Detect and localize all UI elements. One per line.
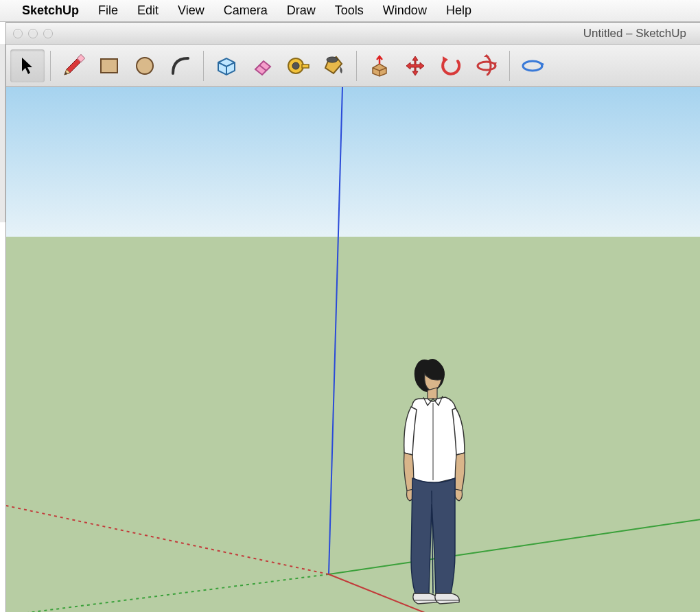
menu-draw[interactable]: Draw (277, 3, 325, 18)
svg-point-11 (523, 61, 542, 71)
left-edge-strip (0, 44, 5, 222)
svg-rect-8 (302, 64, 309, 68)
app-menu[interactable]: SketchUp (22, 3, 89, 18)
move-icon (403, 54, 428, 78)
tape-measure-tool-button[interactable] (281, 49, 315, 82)
push-pull-tool-button[interactable] (362, 49, 397, 82)
pan-tool-button[interactable] (515, 49, 550, 82)
window-title: Untitled – SketchUp (583, 27, 686, 40)
toolbar (6, 45, 700, 87)
minimize-window-button[interactable] (28, 29, 38, 38)
circle-icon (133, 54, 156, 78)
toolbar-separator (509, 51, 510, 81)
toolbar-separator (50, 51, 51, 81)
svg-point-5 (137, 58, 153, 74)
toolbar-separator (203, 51, 204, 81)
push-pull-icon (367, 54, 392, 78)
menu-window[interactable]: Window (373, 3, 436, 18)
pencil-icon (62, 54, 85, 78)
menu-camera[interactable]: Camera (214, 3, 277, 18)
pan-icon (520, 54, 545, 78)
svg-point-7 (292, 62, 299, 69)
eraser-tool-button[interactable] (245, 49, 279, 82)
window-titlebar: Untitled – SketchUp (6, 23, 700, 45)
window-traffic-lights (13, 29, 53, 38)
paint-bucket-tool-button[interactable] (316, 49, 351, 82)
app-window: Untitled – SketchUp (5, 22, 700, 612)
toolbar-separator (356, 51, 357, 81)
menu-edit[interactable]: Edit (128, 3, 168, 18)
pencil-tool-button[interactable] (56, 49, 91, 82)
eraser-icon (250, 54, 275, 78)
system-menubar: SketchUp File Edit View Camera Draw Tool… (0, 0, 700, 22)
orbit-icon (474, 54, 499, 78)
circle-tool-button[interactable] (128, 49, 162, 82)
menu-tools[interactable]: Tools (325, 3, 373, 18)
svg-rect-4 (101, 59, 117, 73)
component-icon (214, 54, 239, 78)
zoom-window-button[interactable] (43, 29, 53, 38)
tape-measure-icon (285, 54, 310, 78)
paint-bucket-icon (321, 54, 346, 78)
menu-file[interactable]: File (89, 3, 128, 18)
arc-tool-button[interactable] (163, 49, 198, 82)
move-tool-button[interactable] (398, 49, 432, 82)
rotate-icon (439, 54, 463, 78)
rectangle-icon (97, 54, 121, 78)
menu-help[interactable]: Help (436, 3, 481, 18)
close-window-button[interactable] (13, 29, 23, 38)
sky-background (6, 87, 700, 237)
make-component-tool-button[interactable] (209, 49, 244, 82)
svg-point-10 (478, 62, 495, 70)
cursor-icon (19, 56, 36, 75)
orbit-tool-button[interactable] (469, 49, 504, 82)
rectangle-tool-button[interactable] (92, 49, 126, 82)
ground-plane (6, 237, 700, 612)
rotate-tool-button[interactable] (434, 49, 468, 82)
arc-icon (169, 54, 192, 78)
menu-view[interactable]: View (168, 3, 214, 18)
select-tool-button[interactable] (10, 49, 45, 82)
viewport-3d[interactable] (6, 87, 700, 612)
svg-point-9 (327, 57, 338, 62)
